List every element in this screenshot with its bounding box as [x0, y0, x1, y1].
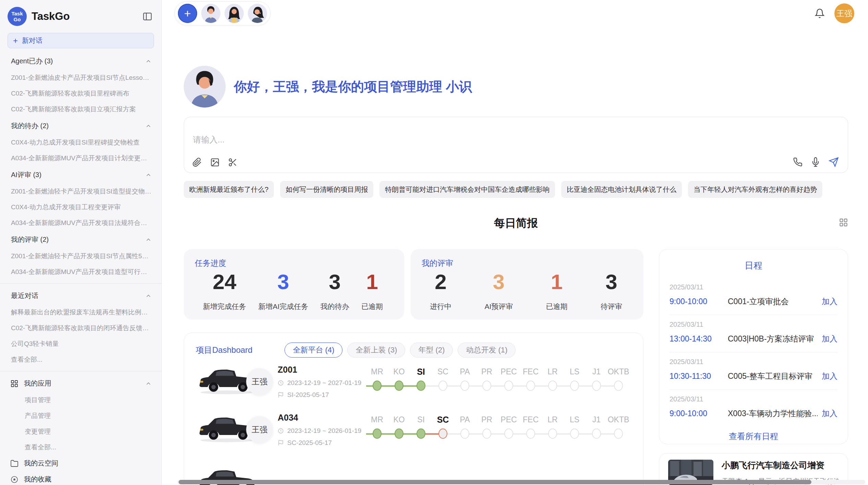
layout-grid-icon[interactable] [839, 218, 848, 227]
collapse-panel-icon[interactable] [142, 11, 153, 22]
stats-row: 任务进度 24 新增完成任务 3 新增AI完成任务 3 [184, 249, 643, 320]
chevron-up-icon[interactable] [145, 236, 152, 243]
image-icon[interactable] [210, 158, 220, 167]
group-header[interactable]: 最近对话 [0, 287, 161, 304]
notifications-bell-icon[interactable] [815, 8, 825, 18]
recent-chat-item[interactable]: 公司Q3轻卡销量 [0, 336, 161, 352]
chevron-up-icon[interactable] [145, 58, 152, 65]
chevron-up-icon[interactable] [145, 380, 152, 387]
join-link[interactable]: 加入 [822, 408, 837, 419]
stat-label: 待评审 [601, 302, 622, 311]
project-row[interactable]: 王强 Z001 2023-12-19 ~ 2027-01-19 [196, 358, 631, 406]
phone-icon[interactable] [793, 157, 803, 167]
milestone-dot [570, 381, 579, 391]
attachment-icon[interactable] [192, 158, 202, 167]
schedule-date: 2025/03/11 [670, 321, 837, 328]
dashboard-header: 项目Dashboard 全新平台 (4)全新上装 (3)年型 (2)动总开发 (… [196, 343, 631, 358]
suggestion-chip[interactable]: 如何写一份清晰的项目周报 [280, 181, 373, 198]
group-header[interactable]: 我的待办 (2) [0, 117, 161, 135]
sidebar-item[interactable]: Z001-全新燃油轻卡产品开发项目SI造型提交物评审 [0, 184, 161, 199]
sidebar-header: Task Go TaskGo [0, 0, 161, 30]
group-header[interactable]: 我的应用 [0, 375, 161, 392]
chevron-up-icon[interactable] [145, 123, 152, 129]
recent-chat-item[interactable]: 解释最新出台的欧盟报废车法规再生塑料比例被调至15%... [0, 304, 161, 320]
dashboard-tab[interactable]: 全新平台 (4) [285, 343, 342, 358]
join-link[interactable]: 加入 [822, 334, 837, 344]
user-avatar[interactable]: 王强 [834, 3, 854, 23]
horizontal-scrollbar [177, 480, 865, 484]
milestone-dot [373, 428, 382, 439]
milestone-dot [460, 381, 469, 391]
app-item[interactable]: 项目管理 [0, 392, 161, 408]
sidebar-item[interactable]: C02-飞腾新能源轻客改款项目立项汇报方案 [0, 101, 161, 117]
sidebar-item[interactable]: A034-全新新能源MUV产品开发项目计划变更表编写 [0, 150, 161, 166]
milestone-dot [482, 381, 491, 391]
sidebar-item-favorites[interactable]: 我的收藏 [0, 471, 161, 485]
new-chat-button[interactable]: + 新对话 [8, 33, 154, 48]
app-item[interactable]: 产品管理 [0, 408, 161, 424]
sidebar-group-my-review: 我的评审 (2) Z001-全新燃油轻卡产品开发项目SI节点属性5D文件评审A0… [0, 231, 161, 280]
my-review-card: 我的评审 2 进行中 3 AI预评审 1 [411, 249, 643, 320]
group-header[interactable]: 我的评审 (2) [0, 231, 161, 248]
scrollbar-thumb[interactable] [179, 480, 811, 484]
composer [184, 117, 848, 173]
chevron-up-icon[interactable] [145, 293, 152, 299]
sidebar-item[interactable]: C0X4-动力总成开发项目工程变更评审 [0, 199, 161, 215]
milestone-label: LR [547, 414, 557, 425]
suggestion-chip[interactable]: 比亚迪全固态电池计划具体说了什么 [561, 181, 682, 198]
assistant-avatar [184, 66, 226, 108]
suggestion-chip[interactable]: 欧洲新规最近颁布了什么? [184, 181, 274, 198]
project-flag-milestone: SI-2025-05-17 [278, 391, 363, 399]
scissors-icon[interactable] [228, 158, 238, 167]
schedule-time: 10:30-11:30 [670, 372, 728, 381]
chevron-up-icon[interactable] [145, 172, 152, 178]
join-link[interactable]: 加入 [822, 371, 837, 382]
group-header[interactable]: Agent已办 (3) [0, 52, 161, 70]
add-agent-button[interactable]: + [178, 4, 197, 23]
join-link[interactable]: 加入 [822, 296, 837, 307]
microphone-icon[interactable] [811, 157, 820, 167]
agent-avatar[interactable] [225, 4, 244, 23]
schedule-time: 9:00-10:00 [670, 297, 728, 306]
milestone-dot [373, 381, 382, 391]
milestone-label: FEC [523, 414, 539, 425]
suggestion-chip[interactable]: 当下年轻人对汽车外观有怎样的喜好趋势 [688, 181, 822, 198]
sidebar-item[interactable]: Z001-全新燃油皮卡产品开发项目SI节点Lesson Learn报告 [0, 70, 161, 86]
stat: 2 进行中 [430, 271, 451, 311]
sidebar-item[interactable]: C02-飞腾新能源轻客改款项目里程碑画布 [0, 86, 161, 101]
send-icon[interactable] [829, 157, 839, 167]
milestone-label: OKTB [608, 366, 629, 377]
recent-chat-item[interactable]: C02-飞腾新能源轻客改款项目的闭环通告反馈情况 [0, 320, 161, 336]
sidebar: Task Go TaskGo + 新对话 Agent已办 (3) Z001-全新… [0, 0, 162, 485]
project-info: Z001 2023-12-19 ~ 2027-01-19 SI-2025-05-… [278, 365, 363, 399]
view-all-schedules-link[interactable]: 查看所有日程 [670, 427, 837, 445]
project-media: 王强 [196, 363, 273, 400]
project-row[interactable]: 王强 A034 2023-12-19 ~ 2026-01-19 [196, 406, 631, 453]
agent-avatar[interactable] [201, 4, 220, 23]
stat-value: 1 [366, 271, 378, 293]
dashboard-tab[interactable]: 动总开发 (1) [458, 343, 516, 358]
agent-avatar[interactable] [248, 4, 267, 23]
dashboard-tab[interactable]: 全新上装 (3) [347, 343, 405, 358]
recent-view-all[interactable]: 查看全部... [0, 352, 161, 368]
suggestion-chip[interactable]: 特朗普可能对进口汽车增税会对中国车企造成哪些影响 [379, 181, 555, 198]
sidebar-item-cloud-space[interactable]: 我的云空间 [0, 455, 161, 471]
group-header[interactable]: AI评审 (3) [0, 166, 161, 184]
dashboard-tab[interactable]: 年型 (2) [410, 343, 453, 358]
sidebar-group-recent: 最近对话 解释最新出台的欧盟报废车法规再生塑料比例被调至15%...C02-飞腾… [0, 287, 161, 368]
sidebar-item[interactable]: C0X4-动力总成开发项目SI里程碑提交物检查 [0, 135, 161, 150]
sidebar-item[interactable]: A034-全新新能源MUV产品开发项目法规符合性评审 [0, 215, 161, 231]
topbar-right: 王强 [815, 3, 854, 23]
user-name: 王强 [836, 8, 852, 19]
apps-view-all[interactable]: 查看全部... [0, 439, 161, 455]
chat-input[interactable] [193, 135, 839, 145]
milestone-label: MR [371, 414, 383, 425]
topbar: + 王强 [174, 1, 854, 25]
schedule-time: 13:00-14:30 [670, 334, 728, 344]
sidebar-item[interactable]: A034-全新新能源MUV产品开发项目造型可行性评审 [0, 264, 161, 280]
sidebar-item[interactable]: Z001-全新燃油轻卡产品开发项目SI节点属性5D文件评审 [0, 248, 161, 264]
milestone-dot [438, 428, 447, 439]
milestone-timeline: MRKOSISCPAPRPECFECLRLSJ1OKTB [366, 364, 631, 399]
app-item[interactable]: 变更管理 [0, 424, 161, 439]
milestone-label: SI [417, 414, 425, 425]
